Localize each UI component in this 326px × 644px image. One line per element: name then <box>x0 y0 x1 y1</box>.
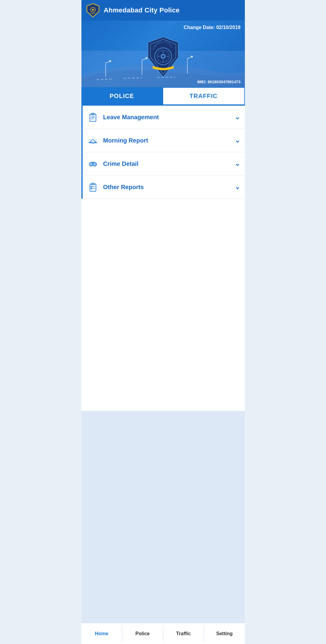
sun-icon <box>87 135 98 146</box>
nav-setting[interactable]: Setting <box>204 623 245 644</box>
svg-text:અમદાવાદ: અમદાવાદ <box>160 67 167 68</box>
other-reports-chevron: ⌄ <box>235 183 240 191</box>
svg-line-39 <box>89 139 90 140</box>
nav-traffic[interactable]: Traffic <box>163 623 204 644</box>
banner: Change Date: 02/10/2019 અમદાવાદ AHMEDABA… <box>81 21 245 87</box>
clipboard-icon <box>87 112 98 123</box>
handcuffs-icon <box>87 158 98 169</box>
nav-police[interactable]: Police <box>122 623 163 644</box>
leave-management-chevron: ⌄ <box>235 113 240 121</box>
other-reports-label: Other Reports <box>103 184 230 191</box>
morning-report-label: Morning Report <box>103 137 230 144</box>
menu-item-morning-report[interactable]: Morning Report ⌄ <box>81 129 245 152</box>
change-date-label: Change Date: 02/10/2019 <box>184 25 241 30</box>
crime-detail-chevron: ⌄ <box>235 160 240 168</box>
menu-item-crime-detail[interactable]: Crime Detail ⌄ <box>81 152 245 176</box>
crime-detail-label: Crime Detail <box>103 160 230 167</box>
svg-line-40 <box>96 139 97 140</box>
svg-text:POLICE: POLICE <box>91 13 95 14</box>
menu-list: Leave Management ⌄ Morning Report ⌄ <box>81 106 245 411</box>
svg-rect-33 <box>91 113 94 115</box>
header-title: Ahmedabad City Police <box>104 6 180 14</box>
leave-management-label: Leave Management <box>103 114 230 121</box>
tab-traffic[interactable]: TRAFFIC <box>163 87 245 105</box>
checklist-icon <box>87 182 98 192</box>
svg-point-11 <box>109 60 111 62</box>
menu-item-other-reports[interactable]: Other Reports ⌄ <box>81 176 245 199</box>
svg-point-44 <box>90 163 92 165</box>
menu-item-leave-management[interactable]: Leave Management ⌄ <box>81 106 245 129</box>
svg-point-45 <box>93 163 97 166</box>
svg-point-3 <box>92 9 94 11</box>
header-bar: POLICE Ahmedabad City Police <box>81 0 245 21</box>
content-area <box>81 411 245 623</box>
imei-label: IMEI: 861803047891473 <box>197 80 240 84</box>
svg-point-46 <box>94 163 96 165</box>
police-badge: અમદાવાદ AHMEDABAD CITY POLICE <box>145 36 181 78</box>
svg-point-24 <box>162 55 164 58</box>
tab-container: POLICE TRAFFIC <box>81 87 245 106</box>
tab-police[interactable]: POLICE <box>81 87 163 105</box>
svg-point-43 <box>89 163 93 166</box>
svg-point-17 <box>191 56 193 58</box>
bottom-nav: Home Police Traffic Setting <box>81 623 245 644</box>
nav-home[interactable]: Home <box>81 623 122 644</box>
morning-report-chevron: ⌄ <box>235 136 240 144</box>
header-logo: POLICE <box>86 3 100 18</box>
